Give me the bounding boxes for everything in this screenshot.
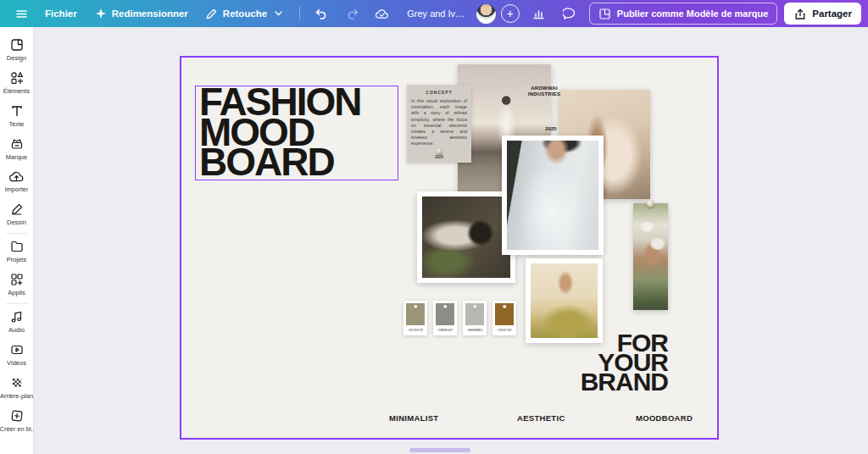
brand-name-text[interactable]: AROWWAI INDUSTRIES [517,86,571,97]
moodboard-title-textbox[interactable]: FASHION MOOD BOARD [195,86,398,180]
hamburger-menu-icon [14,7,28,20]
bar-chart-icon [532,7,546,20]
title-line: BOARD [199,147,398,178]
color-chip [495,303,514,325]
keyword-minimalist[interactable]: MINIMALIST [389,413,438,423]
sidebar-item-create-blank[interactable]: Créer en bl... [0,405,34,438]
canva-editor: Fichier Redimensionner Retouche [0,0,868,454]
sidebar-item-label: Design [7,54,26,62]
publish-brand-template-button[interactable]: Publier comme Modèle de marque [589,3,778,25]
comments-button[interactable] [555,3,584,25]
cloud-check-icon [376,7,389,20]
sidebar-item-label: Arrière-plan [0,392,33,400]
redo-arrow-icon [345,7,359,20]
color-swatch-card[interactable]: #8B8D87 [433,301,457,335]
elements-shapes-icon [10,71,24,85]
photo-yellow-flowers[interactable] [526,258,603,343]
photo-tall-white-flowers[interactable] [633,203,668,310]
for-your-brand-textbox[interactable]: FOR YOUR BRAND [581,333,668,391]
sidebar-item-label: Éléments [3,87,30,95]
sidebar-item-label: Projets [7,256,26,263]
color-swatch-card[interactable]: #B8B8B3 [463,301,487,335]
sidebar-item-videos[interactable]: Vidéos [0,339,34,372]
color-chip [436,303,454,325]
sidebar-divider [6,233,28,234]
undo-arrow-icon [314,7,328,20]
sidebar-item-design[interactable]: Design [0,34,34,67]
projects-folder-icon [10,240,24,253]
keyword-moodboard[interactable]: MOODBOARD [636,413,693,423]
publish-label: Publier comme Modèle de marque [617,8,769,19]
color-swatch-row: #9C9678 #8B8D87 #B8B8B3 #926728 [403,301,516,335]
color-swatch-card[interactable]: #9C9678 [403,301,427,335]
sidebar-item-brand[interactable]: Marque [0,133,34,166]
insights-button[interactable] [525,3,554,25]
page-handle[interactable] [409,448,470,452]
sidebar-item-apps[interactable]: Applis [0,269,34,302]
text-icon [10,104,24,118]
photo-white-blouse[interactable] [502,136,604,255]
pin-icon [503,305,506,308]
share-label: Partager [812,8,852,19]
photo-image [507,141,598,250]
concept-heading: CONCEPT [411,90,467,95]
edit-label: Retouche [223,8,267,19]
sidebar-item-label: Créer en bl... [0,425,34,433]
brand-name-line: INDUSTRIES [517,91,571,97]
share-button[interactable]: Partager [784,3,861,25]
top-toolbar: Fichier Redimensionner Retouche [0,0,868,27]
resize-label: Redimensionner [112,8,188,19]
sidebar-item-upload[interactable]: Importer [0,166,34,198]
undo-button[interactable] [307,3,336,25]
pen-icon [205,7,219,20]
sparkle-icon [94,7,108,20]
color-swatch-card[interactable]: #926728 [492,301,516,335]
photo-image [422,197,510,278]
sidebar-item-projects[interactable]: Projets [0,235,34,269]
artboard-page[interactable]: FASHION MOOD BOARD CONCEPT In this visua… [180,56,719,440]
year-text[interactable]: 2025 [534,126,568,131]
brand-kit-icon [10,137,24,151]
left-sidebar: Design Éléments Texte Marque Importer De… [0,27,34,454]
sidebar-item-audio[interactable]: Audio [0,306,34,339]
keyword-aesthetic[interactable]: AESTHETIC [517,413,565,423]
pin-icon [414,305,417,308]
speech-bubble-icon [563,7,576,20]
sidebar-item-label: Marque [6,153,27,161]
sidebar-item-elements[interactable]: Éléments [0,67,34,100]
sidebar-item-text[interactable]: Texte [0,100,34,133]
resize-button[interactable]: Redimensionner [86,3,196,25]
user-avatar[interactable] [476,4,496,24]
sidebar-item-label: Applis [8,289,25,296]
template-grid-icon [598,7,612,20]
sidebar-item-label: Audio [8,326,25,334]
sidebar-divider [6,303,28,304]
for-brand-line: BRAND [581,372,668,391]
document-title[interactable]: Grey and Ivory Minimalist Aesthetic Fash… [398,8,475,19]
sidebar-item-label: Dessin [7,219,26,226]
pin-icon [473,305,476,308]
pin-icon [443,305,447,308]
photo-lying-portrait[interactable] [417,191,515,283]
main-menu-button[interactable] [7,3,36,25]
color-chip [406,303,425,325]
sidebar-item-label: Texte [9,120,25,128]
music-note-icon [10,310,24,324]
add-member-button[interactable]: + [501,4,520,23]
pearl-pin-icon [647,200,654,208]
color-chip [465,303,484,325]
concept-card[interactable]: CONCEPT In this visual exploration of mi… [407,85,471,163]
swatch-hex-label: #8B8D87 [436,328,454,332]
pin-icon [437,148,442,154]
sidebar-item-background[interactable]: Arrière-plan [0,372,34,405]
edit-photo-button[interactable]: Retouche [198,3,292,25]
design-canvas[interactable]: FASHION MOOD BOARD CONCEPT In this visua… [34,27,868,454]
file-menu-label: Fichier [45,8,77,19]
swatch-hex-label: #9C9678 [406,328,425,332]
redo-button[interactable] [337,3,366,25]
file-menu-button[interactable]: Fichier [37,4,85,23]
sidebar-item-draw[interactable]: Dessin [0,198,34,231]
brand-name-line: AROWWAI [517,86,571,91]
sync-status-button[interactable] [368,3,397,25]
chevron-down-icon [271,7,285,20]
